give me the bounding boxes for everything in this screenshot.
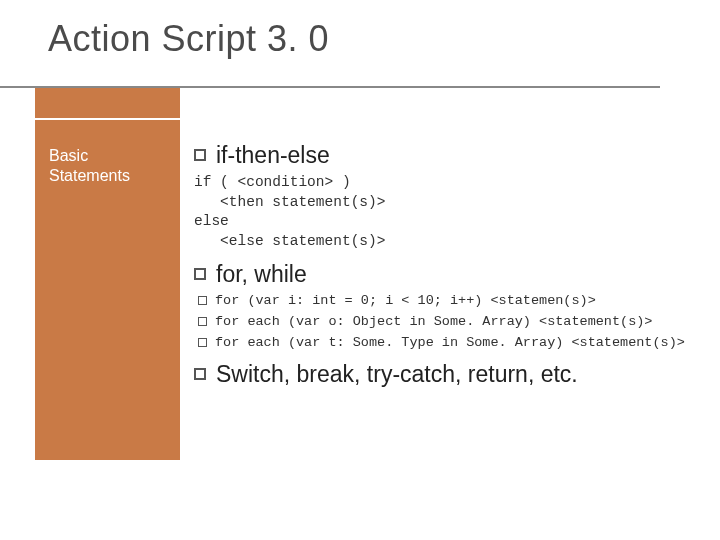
heading-for-while: for, while — [216, 261, 307, 288]
section-for-while: for, while — [194, 261, 690, 288]
code-foreach-object: for each (var o: Object in Some. Array) … — [215, 313, 652, 332]
list-item: for each (var o: Object in Some. Array) … — [198, 313, 690, 332]
heading-switch-etc: Switch, break, try-catch, return, etc. — [216, 361, 578, 388]
sidebar-line1: Basic — [49, 147, 88, 164]
section-switch-etc: Switch, break, try-catch, return, etc. — [194, 361, 690, 388]
bullet-icon — [198, 338, 207, 347]
bullet-icon — [194, 368, 206, 380]
list-item: for each (var t: Some. Type in Some. Arr… — [198, 334, 690, 353]
sidebar-line2: Statements — [49, 167, 130, 184]
code-for-index: for (var i: int = 0; i < 10; i++) <state… — [215, 292, 596, 311]
sidebar-accent-top — [35, 88, 180, 118]
slide-body: Basic Statements if-then-else if ( <cond… — [35, 120, 700, 460]
slide: Action Script 3. 0 Basic Statements if-t… — [0, 0, 720, 540]
slide-title: Action Script 3. 0 — [48, 18, 720, 60]
code-if-then-else: if ( <condition> ) <then statement(s)> e… — [194, 173, 690, 251]
sidebar-label: Basic Statements — [49, 146, 168, 186]
sidebar: Basic Statements — [35, 120, 180, 460]
bullet-icon — [194, 149, 206, 161]
bullet-icon — [198, 317, 207, 326]
bullet-icon — [194, 268, 206, 280]
section-if-then-else: if-then-else — [194, 142, 690, 169]
content-area: if-then-else if ( <condition> ) <then st… — [180, 120, 700, 460]
title-area: Action Script 3. 0 — [0, 0, 720, 68]
bullet-icon — [198, 296, 207, 305]
heading-if-then-else: if-then-else — [216, 142, 330, 169]
code-foreach-type: for each (var t: Some. Type in Some. Arr… — [215, 334, 685, 353]
list-item: for (var i: int = 0; i < 10; i++) <state… — [198, 292, 690, 311]
